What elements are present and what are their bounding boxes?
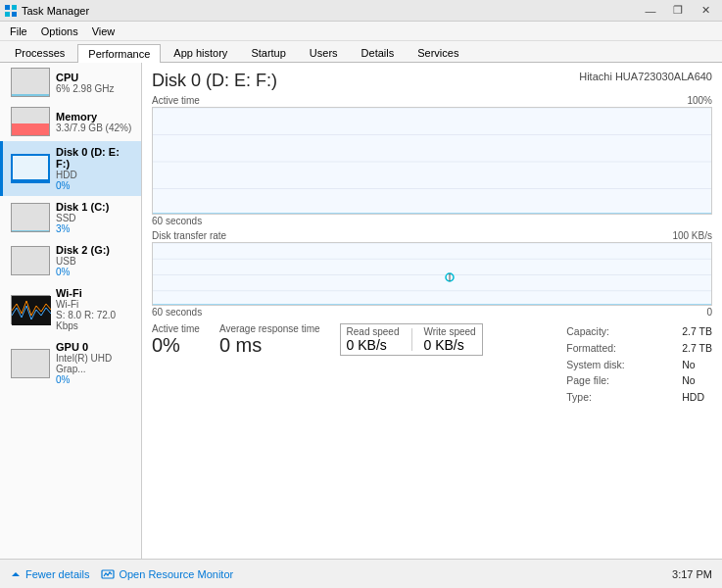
- system-disk-label: System disk:: [566, 357, 674, 373]
- stat-response-time-value: 0 ms: [219, 334, 320, 357]
- tab-services[interactable]: Services: [407, 43, 469, 62]
- disk0-pct: 0%: [56, 180, 133, 191]
- stat-write: Write speed 0 KB/s: [424, 326, 476, 353]
- tab-bar: Processes Performance App history Startu…: [0, 41, 722, 63]
- bottom-left: Fewer details Open Resource Monitor: [10, 567, 233, 581]
- page-file-value: No: [682, 372, 695, 389]
- transfer-time-axis: 60 seconds: [152, 307, 202, 318]
- close-button[interactable]: ✕: [693, 2, 718, 20]
- clock: 3:17 PM: [672, 568, 712, 580]
- page-file-label: Page file:: [566, 372, 674, 389]
- stat-response-time: Average response time 0 ms: [219, 323, 320, 357]
- sidebar: CPU 6% 2.98 GHz Memory 3.3/7.9 GB (42%) …: [0, 63, 142, 559]
- disk-model: Hitachi HUA723030ALA640: [579, 71, 712, 82]
- formatted-value: 2.7 TB: [682, 340, 712, 357]
- maximize-button[interactable]: ❐: [665, 2, 691, 20]
- stats-row: Active time 0% Average response time 0 m…: [152, 323, 712, 406]
- stat-write-value: 0 KB/s: [424, 337, 476, 353]
- active-time-axis: 60 seconds: [152, 216, 712, 226]
- title-bar: Task Manager — ❐ ✕: [0, 0, 722, 22]
- stat-read-value: 0 KB/s: [347, 337, 400, 353]
- fewer-details-button[interactable]: Fewer details: [10, 568, 89, 580]
- gpu0-pct: 0%: [56, 374, 133, 385]
- cpu-graph: [11, 68, 50, 97]
- tab-performance[interactable]: Performance: [77, 44, 161, 63]
- disk1-pct: 3%: [56, 223, 133, 234]
- stat-active-time-label: Active time: [152, 323, 200, 334]
- tab-startup[interactable]: Startup: [240, 43, 296, 62]
- sidebar-item-gpu0[interactable]: GPU 0 Intel(R) UHD Grap... 0%: [0, 336, 141, 390]
- window-controls[interactable]: — ❐ ✕: [638, 2, 718, 20]
- type-label: Type:: [566, 389, 674, 406]
- formatted-label: Formatted:: [566, 340, 674, 357]
- active-time-max: 100%: [687, 95, 712, 106]
- stat-read-label: Read speed: [347, 326, 400, 337]
- stat-active-time-value: 0%: [152, 334, 200, 357]
- content-header: Disk 0 (D: E: F:) Hitachi HUA723030ALA64…: [152, 71, 712, 91]
- readwrite-box: Read speed 0 KB/s Write speed 0 KB/s: [340, 323, 483, 356]
- disk0-sub: HDD: [56, 170, 133, 180]
- transfer-rate-chart: [152, 242, 712, 306]
- system-disk-value: No: [682, 357, 695, 373]
- svg-rect-0: [5, 5, 10, 10]
- tab-app-history[interactable]: App history: [163, 43, 238, 62]
- tab-processes[interactable]: Processes: [4, 43, 75, 62]
- disk1-graph: [11, 203, 50, 232]
- menu-file[interactable]: File: [4, 24, 33, 39]
- cpu-label: CPU: [56, 72, 133, 83]
- transfer-rate-label: Disk transfer rate: [152, 230, 226, 241]
- wifi-sub: Wi-Fi: [56, 299, 133, 310]
- disk0-label: Disk 0 (D: E: F:): [56, 146, 133, 170]
- stat-write-label: Write speed: [424, 326, 476, 337]
- sidebar-item-cpu[interactable]: CPU 6% 2.98 GHz: [0, 63, 141, 102]
- transfer-rate-min: 0: [706, 307, 712, 318]
- resource-monitor-icon: [101, 567, 115, 581]
- type-value: HDD: [682, 389, 704, 406]
- disk0-graph: [11, 154, 50, 183]
- chevron-up-icon: [10, 568, 22, 580]
- fewer-details-label: Fewer details: [25, 568, 89, 580]
- main-layout: CPU 6% 2.98 GHz Memory 3.3/7.9 GB (42%) …: [0, 63, 722, 559]
- bottom-bar: Fewer details Open Resource Monitor 3:17…: [0, 559, 722, 588]
- disk2-label: Disk 2 (G:): [56, 244, 133, 256]
- tab-users[interactable]: Users: [299, 43, 349, 62]
- disk1-sub: SSD: [56, 213, 133, 223]
- menu-options[interactable]: Options: [35, 24, 84, 39]
- info-table: Capacity: 2.7 TB Formatted: 2.7 TB Syste…: [566, 323, 712, 406]
- open-res-mon-label: Open Resource Monitor: [119, 568, 233, 580]
- open-resource-monitor-button[interactable]: Open Resource Monitor: [101, 567, 233, 581]
- menu-view[interactable]: View: [86, 24, 121, 39]
- gpu0-label: GPU 0: [56, 341, 133, 353]
- svg-rect-1: [12, 5, 17, 10]
- gpu0-sub: Intel(R) UHD Grap...: [56, 353, 133, 374]
- menu-bar: File Options View: [0, 22, 722, 41]
- cpu-sub: 6% 2.98 GHz: [56, 83, 133, 94]
- capacity-label: Capacity:: [566, 323, 674, 340]
- memory-sub: 3.3/7.9 GB (42%): [56, 122, 133, 133]
- gpu0-graph: [11, 349, 50, 378]
- active-time-label: Active time: [152, 95, 200, 106]
- app-icon: [4, 4, 18, 18]
- disk1-label: Disk 1 (C:): [56, 201, 133, 213]
- window-title: Task Manager: [22, 5, 89, 17]
- disk2-graph: [11, 246, 50, 275]
- sidebar-item-disk1[interactable]: Disk 1 (C:) SSD 3%: [0, 196, 141, 239]
- divider: [411, 328, 412, 351]
- memory-graph: [11, 107, 50, 136]
- minimize-button[interactable]: —: [638, 2, 663, 20]
- svg-rect-2: [5, 12, 10, 17]
- transfer-rate-section: Disk transfer rate 100 KB/s 60 seconds 0: [152, 230, 712, 318]
- stat-read: Read speed 0 KB/s: [347, 326, 400, 353]
- disk2-sub: USB: [56, 256, 133, 267]
- stat-readwrite: Read speed 0 KB/s Write speed 0 KB/s: [340, 323, 483, 356]
- svg-rect-3: [12, 12, 17, 17]
- cursor-icon: [442, 270, 456, 284]
- active-time-section: Active time 100% 60 seconds: [152, 95, 712, 226]
- sidebar-item-wifi[interactable]: Wi-Fi Wi-Fi S: 8.0 R: 72.0 Kbps: [0, 282, 141, 336]
- sidebar-item-disk2[interactable]: Disk 2 (G:) USB 0%: [0, 239, 141, 282]
- active-time-chart: [152, 107, 712, 215]
- disk-title: Disk 0 (D: E: F:): [152, 71, 277, 91]
- sidebar-item-memory[interactable]: Memory 3.3/7.9 GB (42%): [0, 102, 141, 141]
- tab-details[interactable]: Details: [351, 43, 406, 62]
- sidebar-item-disk0[interactable]: Disk 0 (D: E: F:) HDD 0%: [0, 141, 141, 196]
